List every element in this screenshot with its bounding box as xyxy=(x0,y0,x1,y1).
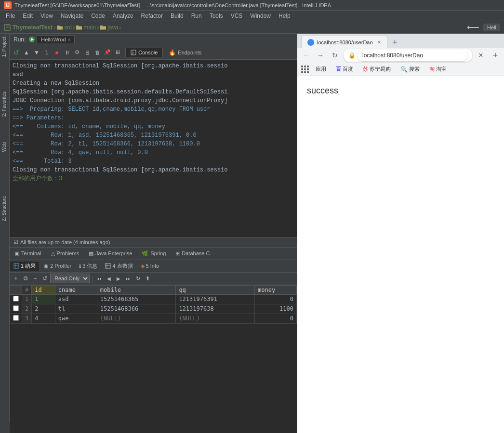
db-tab-result[interactable]: 1 结果 xyxy=(10,262,40,271)
db-refresh-button[interactable]: ↻ xyxy=(133,274,142,283)
db-first-page-button[interactable]: ⏮ xyxy=(95,274,104,283)
menu-build[interactable]: Build xyxy=(167,12,187,20)
tab-problems[interactable]: △ Problems xyxy=(46,249,84,258)
db-tab-tabledata[interactable]: 4 表数据 xyxy=(101,262,136,271)
breadcrumb-bar: ThymeleafTest › src › main › java › ⟵ He… xyxy=(0,21,504,34)
db-prev-page-button[interactable]: ◀ xyxy=(105,274,113,283)
filter-button[interactable]: ⊞ xyxy=(113,48,122,57)
menu-code[interactable]: Code xyxy=(87,12,109,20)
row3-checkbox[interactable] xyxy=(13,315,19,321)
pause-button[interactable]: ⏸ xyxy=(62,48,72,57)
navigate-back-icon[interactable]: ⟵ xyxy=(467,22,479,33)
tab-console[interactable]: Console xyxy=(125,48,163,57)
db-delete-row-button[interactable]: − xyxy=(31,274,40,283)
row1-qq[interactable]: 12131976391 xyxy=(176,294,255,304)
row3-mobile[interactable]: (NULL) xyxy=(97,314,176,323)
row2-mobile[interactable]: 15251468366 xyxy=(97,304,176,314)
tab-spring[interactable]: 🌿 Spring xyxy=(137,249,171,258)
breadcrumb-java[interactable]: java xyxy=(107,24,118,31)
db-tab-output[interactable]: ◈ 5 Info xyxy=(137,262,163,270)
row1-checkbox[interactable] xyxy=(13,296,19,302)
tab-endpoints[interactable]: 🔥 Endpoints xyxy=(164,48,206,57)
tab-terminal[interactable]: ▣ Terminal xyxy=(10,249,46,258)
row3-cname[interactable]: qwe xyxy=(55,314,97,323)
tab-database[interactable]: ⊞ Database C xyxy=(171,249,214,258)
db-tab-profiler[interactable]: ◉ 2 Profiler xyxy=(40,262,75,270)
tab-java-enterprise[interactable]: ▦ Java Enterprise xyxy=(84,249,137,258)
menu-run[interactable]: Run xyxy=(187,12,206,20)
wrap-button[interactable]: ⤵ xyxy=(42,48,52,57)
scroll-down-button[interactable]: ▼ xyxy=(32,48,41,57)
bookmark-taobao[interactable]: 淘 淘宝 xyxy=(426,65,450,74)
menu-view[interactable]: View xyxy=(37,12,57,20)
pin-button[interactable]: 📌 xyxy=(103,48,112,57)
row2-checkbox[interactable] xyxy=(13,305,19,311)
settings-button[interactable]: ⚙ xyxy=(72,48,82,57)
row2-qq[interactable]: 1213197638 xyxy=(176,304,255,314)
db-add-row-button[interactable]: + xyxy=(12,274,20,283)
table-row[interactable]: 3 4 qwe (NULL) (NULL) 0 xyxy=(10,314,297,323)
db-readonly-select[interactable]: Read Only xyxy=(50,274,90,283)
row3-qq[interactable]: (NULL) xyxy=(176,314,255,323)
browser-close-button[interactable]: × xyxy=(475,50,487,61)
menu-analyze[interactable]: Analyze xyxy=(109,12,137,20)
menu-refactor[interactable]: Refactor xyxy=(137,12,167,20)
menu-vcs[interactable]: VCS xyxy=(227,12,247,20)
rerun-button[interactable]: ↺ xyxy=(12,48,21,57)
hello-button[interactable]: Hell xyxy=(483,24,500,31)
bookmark-suning[interactable]: 苏 苏宁易购 xyxy=(360,65,394,74)
menu-tools[interactable]: Tools xyxy=(206,12,227,20)
browser-newtab-button[interactable]: + xyxy=(490,50,501,61)
sidebar-label-web[interactable]: Web xyxy=(0,139,9,155)
menu-window[interactable]: Window xyxy=(246,12,275,20)
row2-cname[interactable]: tl xyxy=(55,304,97,314)
db-clone-row-button[interactable]: ⧉ xyxy=(21,274,30,283)
row3-money[interactable]: 0 xyxy=(255,314,297,323)
db-tab-info[interactable]: ℹ 3 信息 xyxy=(75,262,101,271)
db-export-button[interactable]: ⬆ xyxy=(143,274,152,283)
table-row[interactable]: 1 1 asd 15251468365 12131976391 0 xyxy=(10,294,297,304)
stop-button[interactable]: ■ xyxy=(52,48,62,57)
menu-file[interactable]: File xyxy=(2,12,19,20)
table-row[interactable]: 2 2 tl 15251468366 1213197638 1100 xyxy=(10,304,297,314)
menu-edit[interactable]: Edit xyxy=(19,12,37,20)
bookmark-search[interactable]: 🔍 搜索 xyxy=(398,65,423,74)
breadcrumb-src[interactable]: src xyxy=(64,24,72,31)
browser-refresh-button[interactable]: ↻ xyxy=(329,50,341,61)
apps-icon[interactable] xyxy=(301,66,309,73)
browser-back-button[interactable]: ← xyxy=(300,50,312,61)
bookmark-baidu[interactable]: 百 百度 xyxy=(333,65,356,74)
scroll-up-button[interactable]: ▲ xyxy=(22,48,31,57)
row1-id[interactable]: 1 xyxy=(32,294,55,304)
sidebar-label-project[interactable]: 1: Project xyxy=(0,34,9,60)
browser-tab[interactable]: localhost:8080/userDao × xyxy=(301,36,387,48)
sidebar-label-favorites[interactable]: 2: Favorites xyxy=(0,89,9,119)
browser-forward-button[interactable]: → xyxy=(315,50,326,61)
browser-tab-close[interactable]: × xyxy=(378,39,381,46)
run-tab[interactable]: HelloWrod × xyxy=(37,35,75,43)
new-tab-button[interactable]: + xyxy=(389,37,401,48)
menu-navigate[interactable]: Navigate xyxy=(57,12,87,20)
db-next-page-button[interactable]: ▶ xyxy=(114,274,123,283)
browser-url-input[interactable] xyxy=(358,50,467,61)
bookmark-apps[interactable]: 应用 xyxy=(313,65,329,74)
row1-money[interactable]: 0 xyxy=(255,294,297,304)
row1-mobile[interactable]: 15251468365 xyxy=(97,294,176,304)
menu-help[interactable]: Help xyxy=(275,12,294,20)
run-toolbar: ↺ ▲ ▼ ⤵ ■ ⏸ ⚙ 🖨 🗑 📌 ⊞ Console xyxy=(10,45,297,60)
breadcrumb-project[interactable]: ThymeleafTest xyxy=(13,24,53,31)
row2-money[interactable]: 1100 xyxy=(255,304,297,314)
breadcrumb-main[interactable]: main xyxy=(83,24,96,31)
row3-id[interactable]: 4 xyxy=(32,314,55,323)
tab-console-label: Console xyxy=(138,50,158,55)
console-line-3: SqlSession [org.apache.ibatis.session.de… xyxy=(13,88,294,96)
db-last-page-button[interactable]: ⏭ xyxy=(124,274,133,283)
run-tab-close[interactable]: × xyxy=(68,37,71,42)
sidebar-label-structure[interactable]: Z: Structure xyxy=(0,193,9,224)
clear-button[interactable]: 🗑 xyxy=(93,48,102,57)
db-revert-button[interactable]: ↺ xyxy=(40,274,49,283)
row2-id[interactable]: 2 xyxy=(32,304,55,314)
print-button[interactable]: 🖨 xyxy=(82,48,92,57)
row1-cname[interactable]: asd xyxy=(55,294,97,304)
run-label: Run: xyxy=(13,36,26,43)
